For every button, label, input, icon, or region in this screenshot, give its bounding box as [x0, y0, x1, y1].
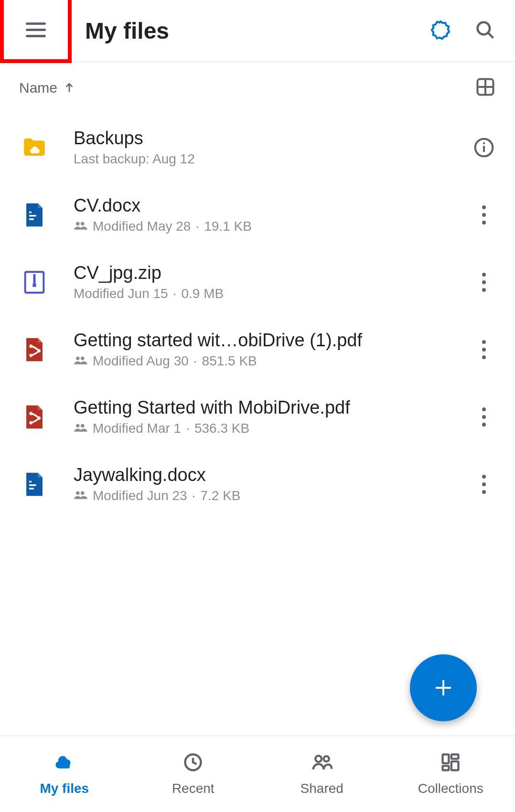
- file-row[interactable]: BackupsLast backup: Aug 12: [0, 114, 515, 181]
- file-info: Getting Started with MobiDrive.pdfModifi…: [74, 397, 472, 436]
- more-icon: [482, 205, 486, 224]
- svg-rect-39: [451, 755, 459, 759]
- file-meta: Last backup: Aug 12: [74, 151, 472, 167]
- sort-bar: Name: [0, 62, 515, 114]
- premium-badge-icon[interactable]: [430, 20, 451, 43]
- shared-icon: [74, 353, 88, 369]
- svg-point-35: [315, 756, 322, 762]
- file-size: 19.1 KB: [204, 219, 252, 234]
- file-info: Jaywalking.docxModified Jun 23·7.2 KB: [74, 465, 472, 503]
- nav-recent[interactable]: Recent: [129, 736, 258, 812]
- menu-icon[interactable]: [26, 22, 46, 37]
- more-button[interactable]: [472, 340, 496, 359]
- sort-button[interactable]: Name: [19, 80, 75, 96]
- svg-rect-11: [29, 211, 32, 213]
- zip-icon: [19, 267, 50, 298]
- more-button[interactable]: [472, 205, 496, 224]
- file-name: Getting Started with MobiDrive.pdf: [74, 397, 472, 418]
- separator: ·: [173, 286, 177, 301]
- file-modified: Last backup: Aug 12: [74, 151, 195, 167]
- nav-label: Shared: [300, 781, 343, 796]
- file-modified: Modified Mar 1: [93, 421, 181, 436]
- svg-rect-37: [443, 755, 449, 763]
- app-header: My files: [0, 0, 515, 62]
- svg-rect-40: [451, 761, 459, 770]
- file-name: Jaywalking.docx: [74, 465, 472, 485]
- file-modified: Modified Aug 30: [93, 353, 189, 369]
- file-size: 851.5 KB: [202, 353, 257, 369]
- svg-point-25: [76, 424, 80, 428]
- shared-icon: [74, 488, 88, 503]
- svg-point-8: [483, 142, 485, 144]
- grid-view-toggle[interactable]: [475, 76, 496, 99]
- more-icon: [482, 407, 486, 427]
- svg-rect-28: [29, 488, 34, 489]
- file-list: BackupsLast backup: Aug 12CV.docxModifie…: [0, 114, 515, 518]
- more-icon: [482, 475, 486, 494]
- separator: ·: [193, 353, 197, 369]
- more-button[interactable]: [472, 475, 496, 494]
- nav-my-files[interactable]: My files: [0, 736, 129, 812]
- docx-icon: [19, 200, 50, 230]
- file-row[interactable]: Getting started wit…obiDrive (1).pdfModi…: [0, 316, 515, 383]
- svg-rect-38: [443, 766, 449, 770]
- info-button[interactable]: [472, 137, 496, 158]
- nav-label: My files: [40, 781, 89, 796]
- search-icon[interactable]: [475, 20, 496, 43]
- file-size: 0.9 MB: [181, 286, 224, 301]
- nav-label: Collections: [418, 781, 483, 796]
- svg-rect-29: [29, 481, 32, 482]
- more-button[interactable]: [472, 273, 496, 292]
- nav-label: Recent: [172, 781, 215, 796]
- file-row[interactable]: Jaywalking.docxModified Jun 23·7.2 KB: [0, 450, 515, 518]
- shared-icon: [74, 421, 88, 436]
- svg-rect-9: [29, 215, 36, 216]
- svg-point-21: [81, 357, 85, 361]
- svg-point-30: [76, 491, 80, 495]
- more-button[interactable]: [472, 407, 496, 427]
- file-name: Backups: [74, 128, 472, 149]
- svg-rect-27: [29, 484, 36, 486]
- file-meta: Modified Jun 23·7.2 KB: [74, 488, 472, 503]
- svg-line-1: [488, 32, 494, 38]
- svg-point-12: [76, 222, 80, 226]
- svg-point-13: [81, 222, 85, 226]
- cloud-icon: [54, 752, 75, 776]
- nav-shared[interactable]: Shared: [258, 736, 386, 812]
- separator: ·: [195, 219, 199, 234]
- page-title: My files: [85, 18, 430, 44]
- file-meta: Modified May 28·19.1 KB: [74, 219, 472, 234]
- grid-icon: [475, 76, 496, 97]
- file-meta: Modified Aug 30·851.5 KB: [74, 353, 472, 369]
- separator: ·: [192, 488, 196, 503]
- shared-icon: [74, 219, 88, 234]
- svg-rect-16: [32, 283, 36, 287]
- collections-icon: [440, 752, 461, 776]
- file-size: 536.3 KB: [194, 421, 249, 436]
- svg-rect-15: [33, 274, 36, 283]
- menu-button-highlight: [0, 0, 72, 63]
- arrow-up-icon: [63, 82, 75, 94]
- nav-collections[interactable]: Collections: [386, 736, 515, 812]
- svg-point-36: [323, 756, 329, 761]
- add-button[interactable]: [410, 654, 477, 721]
- file-info: CV.docxModified May 28·19.1 KB: [74, 195, 472, 234]
- file-meta: Modified Mar 1·536.3 KB: [74, 421, 472, 436]
- file-name: Getting started wit…obiDrive (1).pdf: [74, 330, 472, 351]
- more-icon: [482, 340, 486, 359]
- pdf-icon: [19, 334, 50, 365]
- file-modified: Modified Jun 15: [74, 286, 168, 301]
- file-name: CV_jpg.zip: [74, 263, 472, 283]
- file-row[interactable]: CV.docxModified May 28·19.1 KB: [0, 181, 515, 248]
- svg-point-0: [478, 22, 490, 34]
- header-actions: [430, 20, 505, 43]
- file-info: CV_jpg.zipModified Jun 15·0.9 MB: [74, 263, 472, 301]
- file-row[interactable]: CV_jpg.zipModified Jun 15·0.9 MB: [0, 248, 515, 316]
- file-modified: Modified Jun 23: [93, 488, 187, 503]
- svg-point-31: [81, 491, 85, 495]
- file-modified: Modified May 28: [93, 219, 191, 234]
- sort-label-text: Name: [19, 80, 57, 96]
- file-row[interactable]: Getting Started with MobiDrive.pdfModifi…: [0, 383, 515, 450]
- svg-point-20: [76, 357, 80, 361]
- file-info: BackupsLast backup: Aug 12: [74, 128, 472, 167]
